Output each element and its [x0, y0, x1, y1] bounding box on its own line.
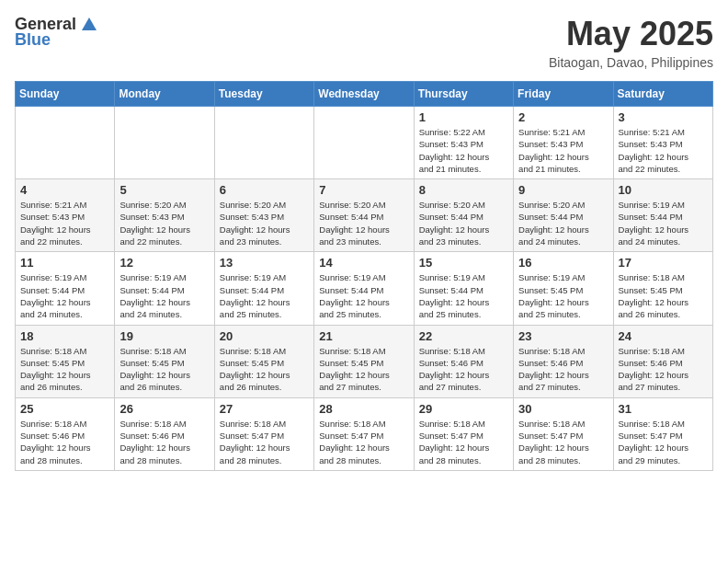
day-info: Sunrise: 5:18 AM Sunset: 5:46 PM Dayligh… [119, 418, 209, 466]
table-row: 18Sunrise: 5:18 AM Sunset: 5:45 PM Dayli… [16, 325, 115, 397]
col-wednesday: Wednesday [314, 82, 414, 107]
day-info: Sunrise: 5:18 AM Sunset: 5:46 PM Dayligh… [619, 345, 708, 394]
calendar-week-5: 25Sunrise: 5:18 AM Sunset: 5:46 PM Dayli… [16, 397, 713, 470]
table-row: 13Sunrise: 5:19 AM Sunset: 5:44 PM Dayli… [214, 252, 313, 325]
day-number: 12 [119, 256, 209, 270]
day-number: 20 [220, 329, 309, 343]
day-number: 4 [20, 183, 109, 197]
table-row: 19Sunrise: 5:18 AM Sunset: 5:45 PM Dayli… [115, 325, 214, 397]
day-info: Sunrise: 5:18 AM Sunset: 5:46 PM Dayligh… [419, 345, 508, 394]
day-number: 2 [518, 110, 608, 124]
calendar-week-4: 18Sunrise: 5:18 AM Sunset: 5:45 PM Dayli… [16, 325, 713, 397]
table-row: 14Sunrise: 5:19 AM Sunset: 5:44 PM Dayli… [314, 252, 414, 325]
day-info: Sunrise: 5:19 AM Sunset: 5:44 PM Dayligh… [419, 271, 508, 320]
month-title: May 2025 [549, 15, 713, 53]
calendar-table: Sunday Monday Tuesday Wednesday Thursday… [15, 81, 713, 471]
table-row: 21Sunrise: 5:18 AM Sunset: 5:45 PM Dayli… [314, 325, 414, 397]
day-number: 18 [20, 329, 109, 343]
table-row: 25Sunrise: 5:18 AM Sunset: 5:46 PM Dayli… [16, 397, 115, 470]
table-row: 9Sunrise: 5:20 AM Sunset: 5:44 PM Daylig… [514, 179, 613, 252]
day-number: 8 [419, 183, 508, 197]
day-info: Sunrise: 5:18 AM Sunset: 5:45 PM Dayligh… [20, 345, 109, 394]
day-info: Sunrise: 5:18 AM Sunset: 5:45 PM Dayligh… [220, 345, 309, 394]
table-row: 15Sunrise: 5:19 AM Sunset: 5:44 PM Dayli… [414, 252, 513, 325]
col-monday: Monday [115, 82, 214, 107]
day-info: Sunrise: 5:20 AM Sunset: 5:43 PM Dayligh… [220, 199, 309, 247]
logo: General Blue [15, 15, 98, 50]
table-row: 6Sunrise: 5:20 AM Sunset: 5:43 PM Daylig… [214, 179, 313, 252]
day-number: 30 [518, 402, 608, 416]
calendar-week-1: 1Sunrise: 5:22 AM Sunset: 5:43 PM Daylig… [16, 107, 713, 179]
table-row: 29Sunrise: 5:18 AM Sunset: 5:47 PM Dayli… [414, 397, 513, 470]
table-row [16, 107, 115, 179]
location: Bitaogan, Davao, Philippines [549, 55, 713, 70]
table-row [115, 107, 214, 179]
table-row: 8Sunrise: 5:20 AM Sunset: 5:44 PM Daylig… [414, 179, 513, 252]
day-info: Sunrise: 5:20 AM Sunset: 5:44 PM Dayligh… [319, 199, 408, 247]
day-info: Sunrise: 5:22 AM Sunset: 5:43 PM Dayligh… [419, 126, 508, 175]
table-row: 4Sunrise: 5:21 AM Sunset: 5:43 PM Daylig… [16, 179, 115, 252]
day-number: 3 [619, 110, 708, 124]
day-number: 16 [518, 256, 608, 270]
day-number: 11 [20, 256, 109, 270]
table-row [214, 107, 313, 179]
table-row: 23Sunrise: 5:18 AM Sunset: 5:46 PM Dayli… [514, 325, 613, 397]
col-saturday: Saturday [613, 82, 712, 107]
day-number: 21 [319, 329, 408, 343]
table-row: 20Sunrise: 5:18 AM Sunset: 5:45 PM Dayli… [214, 325, 313, 397]
svg-marker-0 [82, 17, 97, 30]
table-row: 24Sunrise: 5:18 AM Sunset: 5:46 PM Dayli… [613, 325, 712, 397]
col-sunday: Sunday [16, 82, 115, 107]
day-info: Sunrise: 5:20 AM Sunset: 5:44 PM Dayligh… [419, 199, 508, 247]
calendar-body: 1Sunrise: 5:22 AM Sunset: 5:43 PM Daylig… [16, 107, 713, 471]
table-row: 31Sunrise: 5:18 AM Sunset: 5:47 PM Dayli… [613, 397, 712, 470]
day-number: 13 [220, 256, 309, 270]
page-header: General Blue May 2025 Bitaogan, Davao, P… [15, 15, 713, 70]
day-info: Sunrise: 5:19 AM Sunset: 5:44 PM Dayligh… [220, 271, 309, 320]
day-number: 1 [419, 110, 508, 124]
day-number: 17 [619, 256, 708, 270]
col-friday: Friday [514, 82, 613, 107]
day-number: 14 [319, 256, 408, 270]
day-number: 22 [419, 329, 508, 343]
day-number: 29 [419, 402, 508, 416]
day-info: Sunrise: 5:18 AM Sunset: 5:47 PM Dayligh… [319, 418, 408, 466]
table-row [314, 107, 414, 179]
calendar-week-3: 11Sunrise: 5:19 AM Sunset: 5:44 PM Dayli… [16, 252, 713, 325]
day-number: 25 [20, 402, 109, 416]
table-row: 3Sunrise: 5:21 AM Sunset: 5:43 PM Daylig… [613, 107, 712, 179]
table-row: 22Sunrise: 5:18 AM Sunset: 5:46 PM Dayli… [414, 325, 513, 397]
day-info: Sunrise: 5:19 AM Sunset: 5:45 PM Dayligh… [518, 271, 608, 320]
table-row: 5Sunrise: 5:20 AM Sunset: 5:43 PM Daylig… [115, 179, 214, 252]
day-info: Sunrise: 5:19 AM Sunset: 5:44 PM Dayligh… [20, 271, 109, 320]
table-row: 17Sunrise: 5:18 AM Sunset: 5:45 PM Dayli… [613, 252, 712, 325]
table-row: 27Sunrise: 5:18 AM Sunset: 5:47 PM Dayli… [214, 397, 313, 470]
day-info: Sunrise: 5:20 AM Sunset: 5:44 PM Dayligh… [518, 199, 608, 247]
day-number: 19 [119, 329, 209, 343]
logo-blue: Blue [15, 30, 51, 50]
day-number: 23 [518, 329, 608, 343]
col-tuesday: Tuesday [214, 82, 313, 107]
day-number: 7 [319, 183, 408, 197]
day-number: 26 [119, 402, 209, 416]
table-row: 2Sunrise: 5:21 AM Sunset: 5:43 PM Daylig… [514, 107, 613, 179]
table-row: 26Sunrise: 5:18 AM Sunset: 5:46 PM Dayli… [115, 397, 214, 470]
day-info: Sunrise: 5:18 AM Sunset: 5:46 PM Dayligh… [20, 418, 109, 466]
table-row: 12Sunrise: 5:19 AM Sunset: 5:44 PM Dayli… [115, 252, 214, 325]
day-number: 24 [619, 329, 708, 343]
table-row: 16Sunrise: 5:19 AM Sunset: 5:45 PM Dayli… [514, 252, 613, 325]
title-block: May 2025 Bitaogan, Davao, Philippines [549, 15, 713, 70]
day-info: Sunrise: 5:21 AM Sunset: 5:43 PM Dayligh… [619, 126, 708, 175]
logo-icon [80, 16, 98, 34]
day-info: Sunrise: 5:18 AM Sunset: 5:47 PM Dayligh… [518, 418, 608, 466]
table-row: 1Sunrise: 5:22 AM Sunset: 5:43 PM Daylig… [414, 107, 513, 179]
day-info: Sunrise: 5:19 AM Sunset: 5:44 PM Dayligh… [119, 271, 209, 320]
day-info: Sunrise: 5:20 AM Sunset: 5:43 PM Dayligh… [119, 199, 209, 247]
day-info: Sunrise: 5:18 AM Sunset: 5:47 PM Dayligh… [419, 418, 508, 466]
day-number: 15 [419, 256, 508, 270]
day-number: 10 [619, 183, 708, 197]
day-info: Sunrise: 5:18 AM Sunset: 5:45 PM Dayligh… [119, 345, 209, 394]
day-info: Sunrise: 5:18 AM Sunset: 5:47 PM Dayligh… [619, 418, 708, 466]
day-info: Sunrise: 5:19 AM Sunset: 5:44 PM Dayligh… [619, 199, 708, 247]
day-number: 28 [319, 402, 408, 416]
